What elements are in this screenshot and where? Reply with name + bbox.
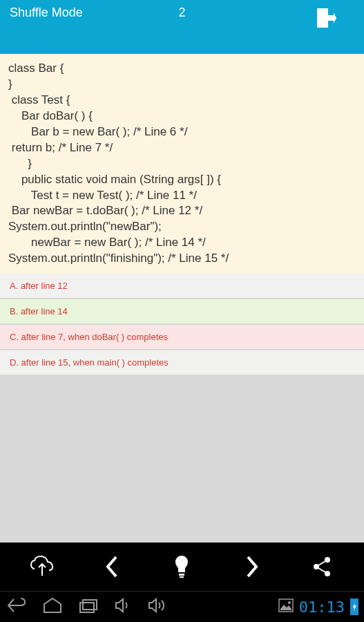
- code-line: Test t = new Test( ); /* Line 11 */: [8, 188, 356, 204]
- home-nav-icon[interactable]: [41, 597, 64, 616]
- code-line: newBar = new Bar( ); /* Line 14 */: [8, 235, 356, 251]
- code-line: class Test {: [8, 93, 356, 109]
- answer-option-b[interactable]: B. after line 14: [0, 299, 364, 325]
- question-number: 2: [178, 6, 185, 20]
- code-block: class Bar { } class Test { Bar doBar( ) …: [0, 54, 364, 274]
- svg-rect-0: [317, 8, 328, 28]
- status-right: 01:13: [278, 599, 358, 616]
- upload-icon[interactable]: [28, 553, 56, 581]
- status-bar: 01:13: [0, 591, 364, 622]
- bottom-nav: [0, 543, 364, 591]
- code-line: return b; /* Line 7 */: [8, 140, 356, 156]
- code-line: public static void main (String args[ ])…: [8, 172, 356, 188]
- answer-option-a[interactable]: A. after line 12: [0, 274, 364, 299]
- next-icon[interactable]: [238, 553, 266, 581]
- recent-nav-icon[interactable]: [77, 597, 99, 616]
- answer-option-d[interactable]: D. after line 15, when main( ) completes: [0, 350, 364, 376]
- app-header: Shuffle Mode 2: [0, 0, 364, 54]
- exit-icon[interactable]: [314, 7, 336, 32]
- code-line: System.out.println("newBar");: [8, 219, 356, 235]
- code-line: Bar b = new Bar( ); /* Line 6 */: [8, 124, 356, 140]
- share-icon[interactable]: [308, 553, 336, 581]
- answers-list: A. after line 12 B. after line 14 C. aft…: [0, 274, 364, 376]
- code-line: }: [8, 156, 356, 172]
- code-line: Bar doBar( ) {: [8, 109, 356, 124]
- header-title: Shuffle Mode: [10, 6, 83, 20]
- battery-icon: [350, 599, 358, 615]
- hint-icon[interactable]: [168, 553, 195, 581]
- gallery-icon: [278, 599, 294, 615]
- code-line: }: [8, 77, 356, 93]
- svg-line-6: [318, 561, 325, 565]
- svg-line-7: [318, 568, 325, 572]
- prev-icon[interactable]: [98, 553, 126, 581]
- volume-up-icon[interactable]: [146, 597, 169, 616]
- svg-rect-2: [180, 576, 184, 578]
- answer-option-c[interactable]: C. after line 7, when doBar( ) completes: [0, 325, 364, 350]
- back-nav-icon[interactable]: [6, 596, 28, 617]
- volume-down-icon[interactable]: [113, 597, 133, 616]
- content-spacer: [0, 376, 364, 543]
- svg-point-11: [288, 601, 291, 604]
- code-line: Bar newBar = t.doBar( ); /* Line 12 */: [8, 203, 356, 219]
- svg-rect-1: [179, 574, 184, 576]
- nav-buttons: [6, 596, 169, 617]
- code-line: class Bar {: [8, 61, 356, 77]
- status-time: 01:13: [299, 599, 345, 616]
- code-line: System.out.println("finishing"); /* Line…: [8, 251, 356, 267]
